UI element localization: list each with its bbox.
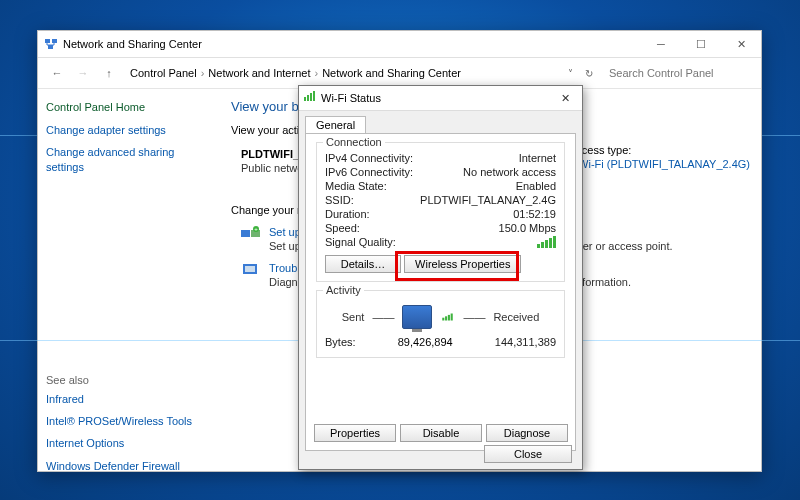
kv-key: SSID:: [325, 194, 354, 206]
chevron-right-icon: ›: [199, 67, 207, 79]
troubleshoot-icon: [241, 262, 261, 278]
breadcrumb-item[interactable]: Network and Internet: [208, 67, 310, 79]
chevron-down-icon[interactable]: ˅: [568, 68, 573, 79]
bytes-sent: 89,426,894: [356, 336, 495, 348]
breadcrumb-item[interactable]: Control Panel: [130, 67, 197, 79]
sidebar: Control Panel Home Change adapter settin…: [38, 89, 209, 473]
desktop-wallpaper: Network and Sharing Center ─ ☐ ✕ ← → ↑ C…: [0, 0, 800, 500]
monitor-icon: [402, 305, 432, 329]
kv-val: Internet: [519, 152, 556, 164]
sidebar-home-link[interactable]: Control Panel Home: [46, 101, 201, 113]
dialog-title: Wi-Fi Status: [321, 92, 381, 104]
nav-up-button[interactable]: ↑: [98, 62, 120, 84]
svg-rect-3: [241, 230, 250, 237]
kv-key: Duration:: [325, 208, 370, 220]
window-controls: ─ ☐ ✕: [641, 31, 761, 57]
signal-quality-label: Signal Quality:: [325, 236, 396, 248]
kv-val: Enabled: [516, 180, 556, 192]
diagnose-button[interactable]: Diagnose: [486, 424, 568, 442]
kv-key: IPv6 Connectivity:: [325, 166, 413, 178]
nav-back-button[interactable]: ←: [46, 62, 68, 84]
kv-key: Speed:: [325, 222, 360, 234]
nav-forward-button[interactable]: →: [72, 62, 94, 84]
seealso-link[interactable]: Intel® PROSet/Wireless Tools: [46, 414, 201, 428]
seealso-link[interactable]: Infrared: [46, 392, 201, 406]
sidebar-link-adapter[interactable]: Change adapter settings: [46, 123, 201, 137]
group-legend: Connection: [323, 136, 385, 148]
wifi-status-dialog: Wi-Fi Status ✕ General Connection IPv4 C…: [298, 85, 583, 470]
svg-rect-8: [245, 266, 255, 272]
svg-text:+: +: [254, 226, 258, 232]
connection-link[interactable]: ▮ Wi-Fi (PLDTWIFI_TALANAY_2.4G): [569, 158, 750, 171]
breadcrumb[interactable]: Control Panel› Network and Internet› Net…: [124, 67, 467, 79]
bytes-received: 144,311,389: [495, 336, 556, 348]
close-button[interactable]: Close: [484, 445, 572, 463]
kv-key: Media State:: [325, 180, 387, 192]
wireless-properties-button[interactable]: Wireless Properties: [404, 255, 521, 273]
svg-rect-12: [313, 91, 315, 101]
svg-rect-9: [304, 97, 306, 101]
properties-button[interactable]: Properties: [314, 424, 396, 442]
breadcrumb-item[interactable]: Network and Sharing Center: [322, 67, 461, 79]
svg-rect-0: [45, 39, 50, 43]
network-center-icon: [44, 37, 58, 51]
access-column: Access type: ▮ Wi-Fi (PLDTWIFI_TALANAY_2…: [569, 144, 750, 171]
activity-group: Activity Sent —— —— Received Bytes: 89,4…: [316, 290, 565, 358]
signal-bars-icon: [443, 314, 454, 321]
chevron-right-icon: ›: [312, 67, 320, 79]
kv-key: IPv4 Connectivity:: [325, 152, 413, 164]
seealso-link[interactable]: Internet Options: [46, 436, 201, 450]
kv-val: 150.0 Mbps: [499, 222, 556, 234]
kv-val: PLDTWIFI_TALANAY_2.4G: [420, 194, 556, 206]
maximize-button[interactable]: ☐: [681, 31, 721, 57]
refresh-icon[interactable]: ↻: [585, 68, 593, 79]
titlebar: Network and Sharing Center ─ ☐ ✕: [38, 31, 761, 58]
search-input[interactable]: Search Control Panel: [605, 65, 753, 81]
tab-general[interactable]: General: [305, 116, 366, 134]
search-placeholder: Search Control Panel: [609, 67, 714, 79]
close-button[interactable]: ✕: [721, 31, 761, 57]
seealso-heading: See also: [46, 374, 201, 386]
svg-rect-11: [310, 93, 312, 101]
seealso-link[interactable]: Windows Defender Firewall: [46, 459, 201, 473]
received-label: Received: [493, 311, 539, 323]
kv-val: No network access: [463, 166, 556, 178]
sidebar-link-sharing[interactable]: Change advanced sharing settings: [46, 145, 201, 174]
svg-rect-10: [307, 95, 309, 101]
connection-group: Connection IPv4 Connectivity:Internet IP…: [316, 142, 565, 282]
window-title: Network and Sharing Center: [63, 38, 202, 50]
svg-rect-1: [52, 39, 57, 43]
new-connection-icon: +: [241, 226, 261, 242]
wifi-icon: [303, 91, 317, 105]
dialog-titlebar: Wi-Fi Status ✕: [299, 86, 582, 111]
minimize-button[interactable]: ─: [641, 31, 681, 57]
disable-button[interactable]: Disable: [400, 424, 482, 442]
svg-rect-2: [48, 45, 53, 49]
details-button[interactable]: Details…: [325, 255, 401, 273]
bytes-label: Bytes:: [325, 336, 356, 348]
tab-panel: Connection IPv4 Connectivity:Internet IP…: [305, 133, 576, 451]
sent-label: Sent: [342, 311, 365, 323]
kv-val: 01:52:19: [513, 208, 556, 220]
dialog-close-button[interactable]: ✕: [552, 92, 578, 105]
breadcrumb-controls: ˅ ↻: [568, 68, 601, 79]
signal-bars-icon: [537, 236, 556, 248]
group-legend: Activity: [323, 284, 364, 296]
